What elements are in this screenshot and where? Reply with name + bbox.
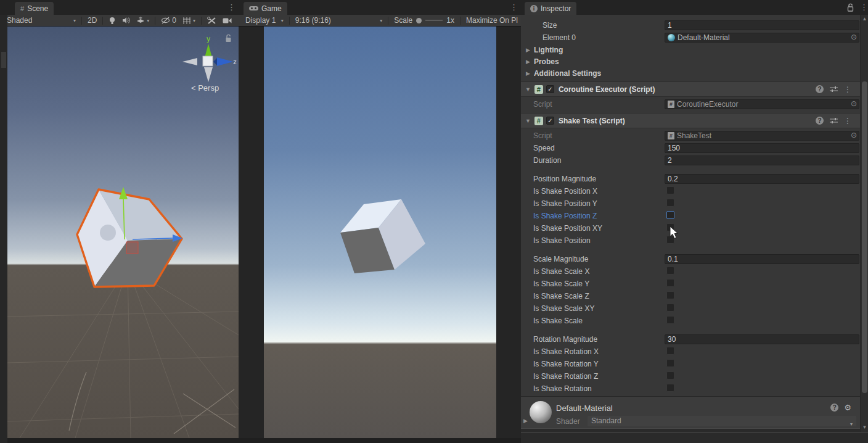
divider — [102, 17, 103, 25]
material-sphere-icon — [668, 34, 675, 41]
shader-dropdown[interactable]: Standard ▾ — [588, 416, 856, 426]
checkbox-label: Is Shake Rotation Z — [533, 371, 598, 381]
gear-icon[interactable]: ⚙ — [844, 403, 851, 412]
tools-icon — [207, 17, 216, 25]
component-menu-icon[interactable]: ⋮ — [844, 85, 851, 94]
shake-test-header[interactable]: ▼ # ✓ Shake Test (Script) ? ⋮ — [521, 113, 860, 128]
foldout-closed-icon[interactable]: ▶ — [523, 418, 528, 424]
presets-icon[interactable] — [830, 117, 838, 124]
scrollbar-thumb[interactable] — [862, 81, 867, 393]
scroll-up-icon[interactable]: ▲ — [861, 16, 868, 22]
component-enabled-checkbox[interactable]: ✓ — [546, 85, 554, 93]
foldout-additional-settings[interactable]: ▶ Additional Settings — [526, 68, 601, 78]
camera-icon — [223, 17, 232, 24]
presets-icon[interactable] — [830, 86, 838, 93]
element0-object-field[interactable]: Default-Material ⊙ — [665, 33, 859, 43]
foldout-open-icon: ▼ — [525, 118, 531, 124]
component-title: Coroutine Executor (Script) — [559, 85, 655, 94]
checkbox-label: Is Shake Position — [533, 236, 591, 246]
scroll-down-icon[interactable]: ▼ — [861, 424, 868, 430]
tab-game[interactable]: Game — [244, 2, 287, 15]
script-label: Script — [533, 99, 552, 109]
foldout-probes[interactable]: ▶ Probes — [526, 57, 559, 67]
scene-menu-icon[interactable]: ⋮ — [227, 2, 235, 12]
foldout-closed-icon: ▶ — [526, 59, 530, 65]
speed-label: Speed — [533, 143, 555, 153]
gamepad-icon — [249, 6, 258, 11]
is-shake-position-z-checkbox[interactable] — [666, 211, 674, 219]
is-shake-scale-x-checkbox[interactable] — [666, 267, 674, 275]
checkbox-label: Is Shake Scale XY — [533, 304, 594, 313]
divider — [388, 17, 388, 25]
scene-tabbar: # Scene ⋮ — [0, 0, 239, 15]
shake-script-field[interactable]: # ShakeTest ⊙ — [665, 131, 859, 141]
projection-label[interactable]: < Persp — [191, 83, 219, 93]
position-magnitude-field[interactable]: 0.2 — [665, 174, 859, 184]
scene-tools-button[interactable] — [204, 15, 219, 27]
chevron-down-icon: ▾ — [73, 18, 76, 23]
chevron-down-icon: ▾ — [380, 18, 382, 23]
aspect-dropdown[interactable]: 9:16 (9:16) ▾ — [292, 15, 385, 27]
scene-grid-icon: # — [20, 5, 24, 12]
is-shake-scale-z-checkbox[interactable] — [666, 291, 674, 299]
is-shake-scale-y-checkbox[interactable] — [666, 279, 674, 287]
is-shake-position-y-checkbox[interactable] — [666, 199, 674, 207]
2d-toggle-button[interactable]: 2D — [84, 15, 100, 27]
speed-field[interactable]: 150 — [665, 143, 859, 153]
divider — [201, 17, 202, 25]
inspector-scrollbar[interactable]: ▲ ▼ — [860, 15, 868, 432]
scene-lighting-toggle[interactable] — [105, 15, 119, 27]
effects-icon — [136, 17, 145, 25]
inspector-menu-icon[interactable]: ⋮ — [860, 2, 868, 12]
shading-mode-dropdown[interactable]: Shaded ▾ — [4, 15, 79, 27]
duration-field[interactable]: 2 — [665, 155, 859, 165]
checkbox-label: Is Shake Position XY — [533, 223, 602, 233]
scene-audio-toggle[interactable] — [119, 15, 133, 27]
object-picker-icon[interactable]: ⊙ — [851, 33, 857, 41]
inspector-lock-icon[interactable] — [846, 3, 854, 12]
dock-edge-notch — [1, 52, 6, 68]
size-field[interactable]: 1 — [665, 20, 859, 30]
coroutine-script-field[interactable]: # CoroutineExecutor ⊙ — [665, 99, 859, 109]
foldout-closed-icon: ▶ — [526, 70, 530, 77]
is-shake-rotation-checkbox[interactable] — [666, 384, 674, 392]
move-gizmo-plane-handle[interactable] — [126, 242, 138, 254]
scale-slider-knob[interactable] — [416, 18, 422, 23]
hidden-count: 0 — [172, 16, 176, 25]
is-shake-rotation-x-checkbox[interactable] — [666, 347, 674, 355]
component-menu-icon[interactable]: ⋮ — [844, 117, 851, 125]
scale-slider-track[interactable] — [425, 20, 443, 21]
is-shake-scale-xy-checkbox[interactable] — [666, 304, 674, 312]
game-menu-icon[interactable]: ⋮ — [510, 2, 518, 12]
scene-viewport[interactable]: y z < Persp — [7, 27, 239, 438]
foldout-lighting[interactable]: ▶ Lighting — [526, 45, 563, 55]
help-icon[interactable]: ? — [830, 404, 838, 412]
grid-settings-dropdown[interactable]: ▾ — [179, 15, 199, 27]
object-picker-icon[interactable]: ⊙ — [851, 99, 857, 108]
object-picker-icon[interactable]: ⊙ — [851, 131, 857, 139]
rotation-magnitude-field[interactable]: 30 — [665, 334, 859, 344]
tab-scene[interactable]: # Scene — [15, 2, 54, 15]
is-shake-position-x-checkbox[interactable] — [666, 186, 674, 194]
scale-slider[interactable]: Scale 1x — [391, 15, 457, 27]
display-dropdown[interactable]: Display 1 ▾ — [242, 15, 287, 27]
hidden-objects-button[interactable]: 0 — [158, 15, 179, 27]
component-enabled-checkbox[interactable]: ✓ — [546, 117, 554, 125]
is-shake-rotation-y-checkbox[interactable] — [666, 359, 674, 367]
scene-camera-button[interactable] — [219, 15, 235, 27]
coroutine-executor-header[interactable]: ▼ # ✓ Coroutine Executor (Script) ? ⋮ — [521, 81, 860, 97]
mouse-cursor — [669, 226, 679, 239]
help-icon[interactable]: ? — [816, 85, 824, 93]
size-label: Size — [542, 20, 557, 30]
scale-magnitude-field[interactable]: 0.1 — [665, 254, 859, 264]
checkbox-label: Is Shake Scale Y — [533, 279, 589, 289]
tab-inspector[interactable]: i Inspector — [525, 2, 576, 15]
maximize-on-play-toggle[interactable]: Maximize On Pl — [463, 15, 521, 27]
is-shake-scale-checkbox[interactable] — [666, 316, 674, 324]
help-icon[interactable]: ? — [816, 117, 824, 125]
is-shake-rotation-z-checkbox[interactable] — [666, 371, 674, 379]
scene-lock-icon[interactable] — [224, 34, 232, 43]
duration-label: Duration — [533, 155, 561, 165]
game-viewport[interactable] — [264, 27, 496, 438]
scene-effects-dropdown[interactable]: ▾ — [133, 15, 152, 27]
